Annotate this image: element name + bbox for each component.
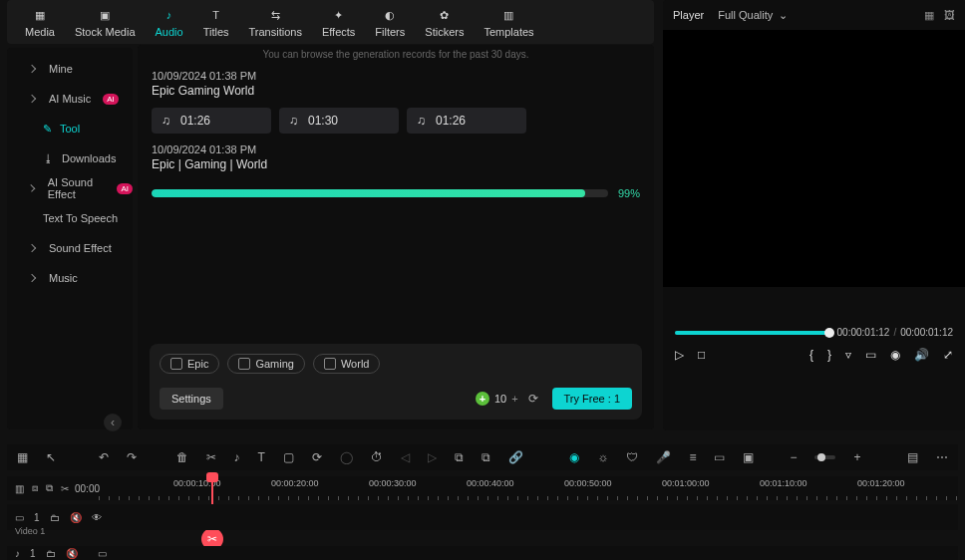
sidebar-item-text-to-speech[interactable]: Text To Speech	[7, 203, 133, 233]
link-icon[interactable]: 🔗	[508, 450, 523, 464]
picture-icon[interactable]: 🖼	[944, 9, 955, 22]
record-icon[interactable]: ▭	[714, 450, 725, 464]
stop-button[interactable]: □	[698, 348, 705, 362]
timeline-ruler[interactable]: ▥ ⧈ ⧉ ✂ 00:00 00:00:10:0000:00:20:0000:0…	[7, 476, 958, 500]
waveform-icon[interactable]: ▭	[98, 548, 107, 559]
cursor-icon[interactable]: ↖	[46, 450, 56, 464]
tab-media[interactable]: ▦Media	[25, 6, 55, 38]
layout-icon[interactable]: ▦	[17, 450, 28, 464]
preview-controls: ▷ □ { } ▿ ▭ ◉ 🔊 ⤢	[675, 348, 953, 362]
prompt-tag[interactable]: Gaming	[227, 354, 305, 374]
plus-icon[interactable]: +	[511, 393, 517, 405]
mark-in-button[interactable]: {	[809, 348, 813, 362]
tab-effects[interactable]: ✦Effects	[322, 6, 355, 38]
magnet-icon[interactable]: ⧈	[32, 482, 38, 494]
shield-icon[interactable]: 🛡	[626, 450, 638, 464]
tab-label: Filters	[375, 26, 405, 38]
folder-icon[interactable]: 🗀	[46, 548, 56, 559]
track-height-icon[interactable]: ▤	[907, 450, 918, 464]
snapshot-icon[interactable]: ◉	[890, 348, 900, 362]
play-button[interactable]: ▷	[675, 348, 684, 362]
link-track-icon[interactable]: ⧉	[46, 482, 53, 494]
sidebar-item-mine[interactable]: Mine	[7, 54, 133, 84]
lock-icon[interactable]: 👁	[92, 512, 102, 523]
preview-header: Player Full Quality⌄ ▦ 🖼	[663, 0, 965, 30]
batch-date: 10/09/2024 01:38 PM	[152, 70, 640, 82]
delete-button[interactable]: 🗑	[176, 450, 188, 464]
marker-dropdown[interactable]: ▿	[845, 348, 851, 362]
tab-templates[interactable]: ▥Templates	[483, 6, 533, 38]
mixer-icon[interactable]: ≡	[689, 450, 696, 464]
clip-item[interactable]: ♫01:30	[279, 108, 399, 134]
zoom-in-button[interactable]: +	[853, 450, 860, 464]
preview-viewport[interactable]	[663, 30, 965, 287]
tab-label: Transitions	[249, 26, 302, 38]
timer-icon[interactable]: ⏱	[371, 450, 383, 464]
text-edit-icon[interactable]: T	[258, 450, 265, 464]
ruler-mark: 00:01:10:00	[760, 478, 807, 488]
grid-icon[interactable]: ▦	[924, 9, 934, 22]
fullscreen-icon[interactable]: ⤢	[943, 348, 953, 362]
tab-label: Audio	[156, 26, 183, 38]
tab-stock-media[interactable]: ▣Stock Media	[75, 6, 136, 38]
speed-icon[interactable]: ⟳	[312, 450, 322, 464]
tab-transitions[interactable]: ⇆Transitions	[249, 6, 302, 38]
quality-dropdown[interactable]: Full Quality⌄	[718, 9, 788, 22]
split-button[interactable]: ✂	[206, 450, 216, 464]
sidebar-item-sound-effect[interactable]: Sound Effect	[7, 233, 133, 263]
crop-tool-icon[interactable]: ▢	[283, 450, 294, 464]
more-icon[interactable]: ⋯	[936, 450, 948, 464]
tab-filters[interactable]: ◐Filters	[375, 6, 405, 38]
settings-button[interactable]: Settings	[160, 388, 223, 410]
clip-item[interactable]: ♫01:26	[407, 108, 526, 134]
tab-stickers[interactable]: ✿Stickers	[425, 6, 464, 38]
sidebar-item-ai-music[interactable]: AI Music	[7, 84, 133, 114]
mute-icon[interactable]: 🔇	[66, 548, 78, 559]
crop-icon[interactable]: ▭	[865, 348, 876, 362]
timeline-toolbar: ▦ ↖ ↶ ↷ 🗑 ✂ ♪ T ▢ ⟳ ◯ ⏱ ◁ ▷ ⧉ ⧉ 🔗 ◉ ☼ 🛡 …	[7, 444, 958, 470]
mark-out-button[interactable]: }	[827, 348, 831, 362]
sidebar-item-ai-sound-effect[interactable]: AI Sound Effect	[7, 173, 133, 203]
mute-icon[interactable]: 🔇	[70, 512, 82, 523]
tab-titles[interactable]: TTitles	[203, 6, 229, 38]
audio-icon: ♪	[161, 6, 178, 24]
brightness-icon[interactable]: ☼	[597, 450, 608, 464]
keyframe-fwd-icon[interactable]: ▷	[428, 450, 437, 464]
generation-batch-1: 10/09/2024 01:38 PM Epic Gaming World ♫0…	[152, 70, 640, 134]
seek-slider[interactable]	[675, 331, 829, 335]
keyframe-back-icon[interactable]: ◁	[401, 450, 410, 464]
try-free-button[interactable]: Try Free : 1	[552, 388, 632, 410]
redo-button[interactable]: ↷	[127, 450, 137, 464]
track-label: Video 1	[15, 526, 45, 536]
clip-item[interactable]: ♫01:26	[152, 108, 271, 134]
tag-label: Epic	[187, 358, 208, 370]
prompt-tag[interactable]: Epic	[160, 354, 219, 374]
sidebar-item-downloads[interactable]: ⭳Downloads	[7, 143, 133, 173]
caption-icon[interactable]: ▣	[743, 450, 754, 464]
zoom-thumb[interactable]	[817, 453, 825, 461]
color-icon[interactable]: ◯	[340, 450, 353, 464]
transitions-icon: ⇆	[266, 6, 284, 24]
group-icon[interactable]: ⧉	[455, 450, 464, 464]
folder-icon[interactable]: 🗀	[50, 512, 60, 523]
zoom-out-button[interactable]: −	[790, 450, 797, 464]
undo-button[interactable]: ↶	[99, 450, 109, 464]
ai-icon[interactable]: ◉	[569, 450, 579, 464]
mic-icon[interactable]: 🎤	[656, 450, 671, 464]
chevron-right-icon	[28, 244, 36, 252]
sidebar-item-tool[interactable]: ✎Tool	[7, 114, 133, 143]
ungroup-icon[interactable]: ⧉	[482, 450, 490, 464]
sidebar-item-music[interactable]: Music	[7, 263, 133, 293]
zoom-slider[interactable]	[814, 455, 835, 459]
volume-icon[interactable]: 🔊	[914, 348, 929, 362]
marker-tool-icon[interactable]: ✂	[61, 483, 69, 494]
ruler-mark: 00:01:00:00	[662, 478, 710, 488]
seek-thumb[interactable]	[824, 328, 834, 338]
audio-edit-icon[interactable]: ♪	[234, 450, 240, 464]
prompt-actions: Settings +10+ ⟳ Try Free : 1	[160, 388, 632, 410]
collapse-sidebar-button[interactable]: ‹	[104, 414, 122, 431]
prompt-tag[interactable]: World	[313, 354, 381, 374]
track-add-icon[interactable]: ▥	[15, 483, 24, 494]
refresh-icon[interactable]: ⟳	[528, 392, 542, 406]
tab-audio[interactable]: ♪Audio	[156, 6, 183, 38]
